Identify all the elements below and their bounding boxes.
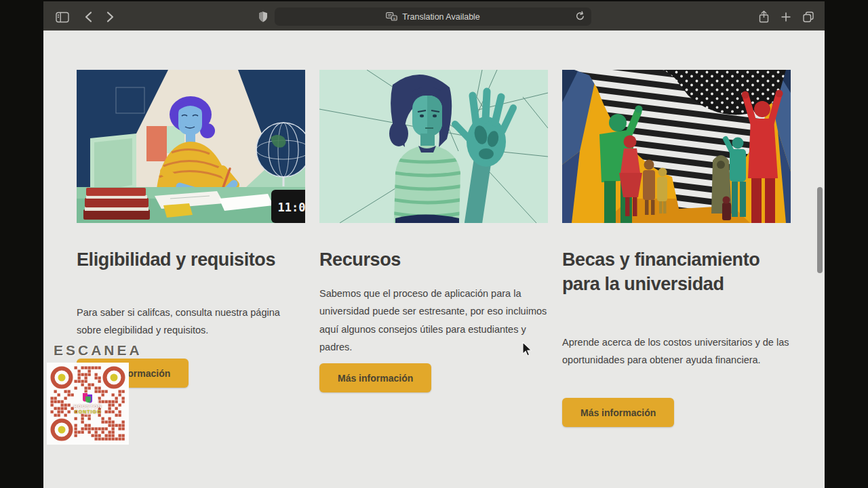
screenshot-stage: a Translation Available	[0, 0, 868, 488]
card-body-resources: Sabemos que el proceso de aplicación par…	[319, 285, 550, 357]
scan-label: ESCANEA	[54, 342, 142, 359]
sidebar-toggle-icon[interactable]	[55, 9, 70, 24]
address-bar[interactable]: a Translation Available	[275, 7, 591, 26]
new-tab-icon[interactable]	[778, 9, 793, 24]
qr-center-logo: HOUSTON CONTIGO	[64, 392, 112, 415]
card-title-eligibility: Eligibilidad y requisitos	[77, 248, 311, 272]
translate-icon[interactable]: a	[386, 12, 397, 22]
reload-icon[interactable]	[575, 11, 585, 24]
privacy-shield-icon[interactable]	[256, 9, 271, 24]
study-illustration: 11:0	[77, 70, 305, 223]
address-bar-label: Translation Available	[402, 12, 480, 22]
qr-logo-line2: CONTIGO	[64, 409, 112, 415]
card-title-scholarships: Becas y financiamiento para la universid…	[562, 248, 796, 296]
univision-logo-icon	[81, 392, 95, 404]
card-body-eligibility: Para saber si califcas, consulta nuestra…	[77, 304, 307, 340]
glass-illustration	[319, 70, 548, 223]
browser-window: a Translation Available	[43, 0, 825, 488]
browser-toolbar: a Translation Available	[43, 0, 825, 30]
forward-icon[interactable]	[102, 9, 117, 24]
tab-overview-icon[interactable]	[801, 9, 816, 24]
share-icon[interactable]	[756, 9, 771, 24]
back-icon[interactable]	[81, 9, 96, 24]
more-info-button-resources[interactable]: Más información	[319, 363, 431, 392]
qr-code: HOUSTON CONTIGO	[47, 363, 129, 445]
svg-text:11:0: 11:0	[278, 201, 305, 214]
card-title-resources: Recursos	[319, 248, 553, 272]
more-info-button-scholarships[interactable]: Más información	[562, 398, 674, 427]
mouse-cursor	[522, 342, 534, 360]
scrollbar-thumb[interactable]	[817, 187, 823, 273]
card-body-scholarships: Aprende acerca de los costos universitar…	[562, 333, 793, 369]
flag-illustration	[562, 70, 791, 223]
